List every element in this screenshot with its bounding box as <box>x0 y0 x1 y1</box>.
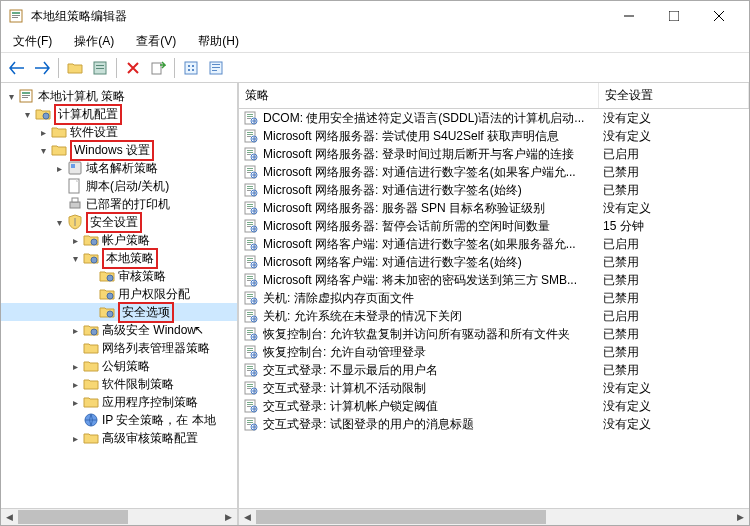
tree-account-policies[interactable]: ▸帐户策略 <box>1 231 237 249</box>
policy-name: 关机: 允许系统在未登录的情况下关闭 <box>263 308 603 325</box>
delete-button[interactable] <box>121 56 145 80</box>
list-row[interactable]: 交互式登录: 试图登录的用户的消息标题没有定义 <box>239 415 749 433</box>
maximize-button[interactable] <box>651 1 696 31</box>
tree-advanced-audit[interactable]: ▸高级审核策略配置 <box>1 429 237 447</box>
tree-windows-settings[interactable]: ▾Windows 设置 <box>1 141 237 159</box>
policy-icon <box>243 362 259 378</box>
close-button[interactable] <box>696 1 741 31</box>
menu-view[interactable]: 查看(V) <box>130 31 182 52</box>
show-hide-button[interactable] <box>63 56 87 80</box>
list-row[interactable]: 交互式登录: 计算机不活动限制没有定义 <box>239 379 749 397</box>
policy-icon <box>243 416 259 432</box>
menu-file[interactable]: 文件(F) <box>7 31 58 52</box>
expand-icon[interactable]: ▸ <box>51 163 67 174</box>
policy-name: Microsoft 网络服务器: 对通信进行数字签名(如果客户端允... <box>263 164 603 181</box>
policy-value: 已禁用 <box>603 326 745 343</box>
list-row[interactable]: DCOM: 使用安全描述符定义语言(SDDL)语法的计算机启动...没有定义 <box>239 109 749 127</box>
policy-value: 已禁用 <box>603 290 745 307</box>
list-row[interactable]: Microsoft 网络服务器: 登录时间过期后断开与客户端的连接已启用 <box>239 145 749 163</box>
list-body[interactable]: DCOM: 使用安全描述符定义语言(SDDL)语法的计算机启动...没有定义Mi… <box>239 109 749 508</box>
list-h-scrollbar[interactable]: ◀▶ <box>239 508 749 525</box>
policy-name: Microsoft 网络客户端: 将未加密的密码发送到第三方 SMB... <box>263 272 603 289</box>
tree-pane: ▾本地计算机 策略 ▾计算机配置 ▸软件设置 ▾Windows 设置 ▸域名解析… <box>1 83 239 525</box>
minimize-button[interactable] <box>606 1 651 31</box>
scroll-right-icon[interactable]: ▶ <box>220 509 237 525</box>
collapse-icon[interactable]: ▾ <box>67 253 83 264</box>
collapse-icon[interactable]: ▾ <box>51 217 67 228</box>
list-row[interactable]: Microsoft 网络客户端: 对通信进行数字签名(始终)已禁用 <box>239 253 749 271</box>
expand-icon[interactable]: ▸ <box>67 379 83 390</box>
policy-value: 已禁用 <box>603 164 745 181</box>
back-button[interactable] <box>5 56 29 80</box>
expand-icon[interactable]: ▸ <box>67 433 83 444</box>
list-row[interactable]: Microsoft 网络服务器: 服务器 SPN 目标名称验证级别没有定义 <box>239 199 749 217</box>
policy-value: 没有定义 <box>603 380 745 397</box>
list-row[interactable]: Microsoft 网络客户端: 将未加密的密码发送到第三方 SMB...已禁用 <box>239 271 749 289</box>
tree-security-settings[interactable]: ▾安全设置 <box>1 213 237 231</box>
list-row[interactable]: 关机: 允许系统在未登录的情况下关闭已启用 <box>239 307 749 325</box>
policy-name: Microsoft 网络服务器: 对通信进行数字签名(始终) <box>263 182 603 199</box>
export-button[interactable] <box>146 56 170 80</box>
expand-icon[interactable]: ▸ <box>35 127 51 138</box>
tree-local-policies[interactable]: ▾本地策略 <box>1 249 237 267</box>
expand-icon[interactable]: ▸ <box>67 235 83 246</box>
scroll-thumb[interactable] <box>18 510 128 524</box>
expand-icon[interactable]: ▸ <box>67 397 83 408</box>
tree-audit-policy[interactable]: 审核策略 <box>1 267 237 285</box>
collapse-icon[interactable]: ▾ <box>19 109 35 120</box>
properties-button[interactable] <box>88 56 112 80</box>
policy-icon <box>243 290 259 306</box>
col-policy[interactable]: 策略 <box>239 83 599 108</box>
list-row[interactable]: 交互式登录: 不显示最后的用户名已禁用 <box>239 361 749 379</box>
list-row[interactable]: 关机: 清除虚拟内存页面文件已禁用 <box>239 289 749 307</box>
scroll-thumb[interactable] <box>256 510 546 524</box>
tree-root[interactable]: ▾本地计算机 策略 <box>1 87 237 105</box>
list-row[interactable]: Microsoft 网络客户端: 对通信进行数字签名(如果服务器允...已启用 <box>239 235 749 253</box>
expand-icon[interactable]: ▸ <box>67 325 83 336</box>
policy-value: 已禁用 <box>603 254 745 271</box>
tree-security-options[interactable]: 安全选项 <box>1 303 237 321</box>
list-row[interactable]: Microsoft 网络服务器: 尝试使用 S4U2Self 获取声明信息没有定… <box>239 127 749 145</box>
list-row[interactable]: Microsoft 网络服务器: 暂停会话前所需的空闲时间数量15 分钟 <box>239 217 749 235</box>
expand-icon[interactable]: ▸ <box>67 361 83 372</box>
list-row[interactable]: 交互式登录: 计算机帐户锁定阈值没有定义 <box>239 397 749 415</box>
svg-rect-23 <box>188 65 190 67</box>
policy-icon <box>243 254 259 270</box>
scroll-left-icon[interactable]: ◀ <box>239 509 256 525</box>
policy-name: Microsoft 网络服务器: 登录时间过期后断开与客户端的连接 <box>263 146 603 163</box>
refresh-button[interactable] <box>179 56 203 80</box>
tree-user-rights[interactable]: 用户权限分配 <box>1 285 237 303</box>
collapse-icon[interactable]: ▾ <box>35 145 51 156</box>
list-row[interactable]: Microsoft 网络服务器: 对通信进行数字签名(如果客户端允...已禁用 <box>239 163 749 181</box>
tree-scripts[interactable]: 脚本(启动/关机) <box>1 177 237 195</box>
list-row[interactable]: 恢复控制台: 允许自动管理登录已禁用 <box>239 343 749 361</box>
tree-name-resolution[interactable]: ▸域名解析策略 <box>1 159 237 177</box>
col-security-setting[interactable]: 安全设置 <box>599 83 749 108</box>
collapse-icon[interactable]: ▾ <box>3 91 19 102</box>
policy-value: 没有定义 <box>603 200 745 217</box>
tree-h-scrollbar[interactable]: ◀▶ <box>1 508 237 525</box>
tree[interactable]: ▾本地计算机 策略 ▾计算机配置 ▸软件设置 ▾Windows 设置 ▸域名解析… <box>1 83 237 508</box>
tree-software-restriction[interactable]: ▸软件限制策略 <box>1 375 237 393</box>
svg-rect-22 <box>185 62 197 74</box>
tree-computer-config[interactable]: ▾计算机配置 <box>1 105 237 123</box>
tree-public-key[interactable]: ▸公钥策略 <box>1 357 237 375</box>
tree-software-settings[interactable]: ▸软件设置 <box>1 123 237 141</box>
policy-name: 关机: 清除虚拟内存页面文件 <box>263 290 603 307</box>
policy-icon <box>243 272 259 288</box>
policy-value: 没有定义 <box>603 398 745 415</box>
tree-app-control[interactable]: ▸应用程序控制策略 <box>1 393 237 411</box>
scroll-right-icon[interactable]: ▶ <box>732 509 749 525</box>
tree-ip-security[interactable]: IP 安全策略，在 本地 <box>1 411 237 429</box>
tree-advanced-firewall[interactable]: ▸高级安全 Window↖ <box>1 321 237 339</box>
tree-network-list[interactable]: 网络列表管理器策略 <box>1 339 237 357</box>
forward-button[interactable] <box>30 56 54 80</box>
tree-deployed-printers[interactable]: 已部署的打印机 <box>1 195 237 213</box>
list-row[interactable]: 恢复控制台: 允许软盘复制并访问所有驱动器和所有文件夹已禁用 <box>239 325 749 343</box>
menu-help[interactable]: 帮助(H) <box>192 31 245 52</box>
scroll-left-icon[interactable]: ◀ <box>1 509 18 525</box>
list-row[interactable]: Microsoft 网络服务器: 对通信进行数字签名(始终)已禁用 <box>239 181 749 199</box>
menu-action[interactable]: 操作(A) <box>68 31 120 52</box>
policy-name: 恢复控制台: 允许软盘复制并访问所有驱动器和所有文件夹 <box>263 326 603 343</box>
help-button[interactable] <box>204 56 228 80</box>
